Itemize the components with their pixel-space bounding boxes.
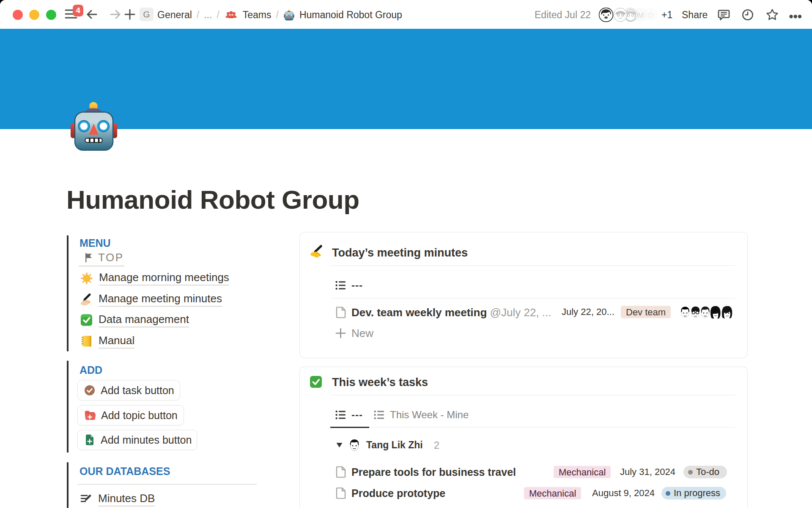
svg-text:M: M: [638, 11, 644, 19]
svg-text:D: D: [648, 11, 653, 19]
